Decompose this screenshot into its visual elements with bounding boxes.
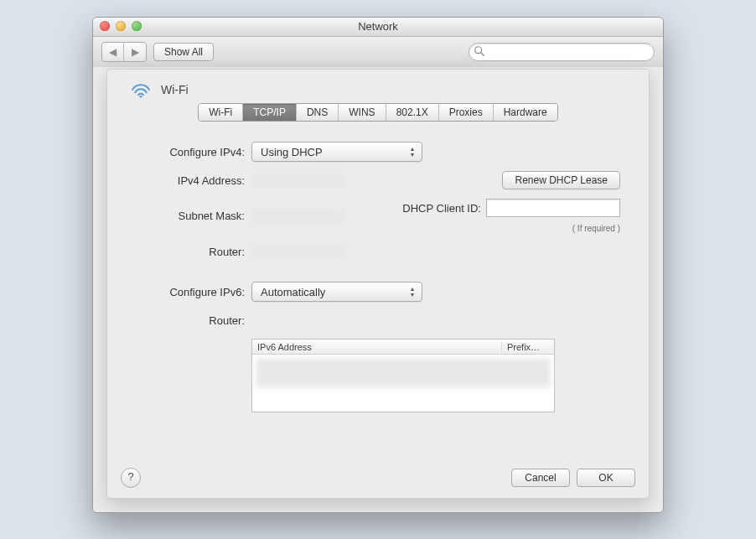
traffic-lights <box>100 21 142 31</box>
titlebar: Network <box>93 18 663 37</box>
window-title: Network <box>358 20 398 33</box>
tab-wi-fi[interactable]: Wi-Fi <box>199 104 243 121</box>
tab-tcp-ip[interactable]: TCP/IP <box>243 104 297 121</box>
sheet-footer: ? Cancel OK <box>107 458 649 498</box>
toolbar: ◀ ▶ Show All <box>93 37 663 68</box>
ok-button[interactable]: OK <box>577 469 635 487</box>
cancel-button[interactable]: Cancel <box>511 469 570 487</box>
zoom-icon[interactable] <box>132 21 142 31</box>
wifi-icon <box>129 81 153 98</box>
label-router-ipv4: Router: <box>136 246 251 258</box>
router-ipv4-value <box>251 245 344 258</box>
nav-back-forward: ◀ ▶ <box>101 42 147 62</box>
interface-title: Wi-Fi <box>161 83 189 96</box>
label-configure-ipv4: Configure IPv4: <box>136 146 251 158</box>
label-dhcp-client-id: DHCP Client ID: <box>402 202 481 215</box>
tab-hardware[interactable]: Hardware <box>494 104 557 121</box>
close-icon[interactable] <box>100 21 110 31</box>
tab-dns[interactable]: DNS <box>297 104 339 121</box>
ipv6-table-header: IPv6 Address Prefix… <box>252 339 554 355</box>
search-icon <box>474 45 485 57</box>
minimize-icon[interactable] <box>116 21 126 31</box>
ipv4-address-value <box>251 174 344 187</box>
configure-ipv4-popup[interactable]: Using DHCP ▴▾ <box>251 142 422 162</box>
advanced-sheet: Wi-Fi Wi-FiTCP/IPDNSWINS802.1XProxiesHar… <box>106 69 650 499</box>
svg-line-1 <box>481 53 484 55</box>
tcpip-form: Configure IPv4: Using DHCP ▴▾ IPv4 Addre… <box>107 122 649 419</box>
search-input[interactable] <box>469 43 655 61</box>
configure-ipv6-popup[interactable]: Automatically ▴▾ <box>251 282 422 302</box>
nav-forward-button[interactable]: ▶ <box>124 43 146 61</box>
tab-bar: Wi-FiTCP/IPDNSWINS802.1XProxiesHardware <box>107 103 649 122</box>
show-all-button[interactable]: Show All <box>153 43 214 61</box>
ipv6-col-prefix[interactable]: Prefix… <box>502 342 554 352</box>
chevron-updown-icon: ▴▾ <box>406 284 418 299</box>
subnet-mask-value <box>251 210 344 223</box>
sheet-header: Wi-Fi <box>107 70 649 105</box>
label-configure-ipv6: Configure IPv6: <box>136 286 251 298</box>
label-ipv4-address: IPv4 Address: <box>136 174 251 187</box>
ipv6-rows-redacted <box>256 358 551 388</box>
label-subnet-mask: Subnet Mask: <box>136 210 251 222</box>
nav-back-button[interactable]: ◀ <box>102 43 124 61</box>
ipv6-col-address[interactable]: IPv6 Address <box>252 342 502 352</box>
sheet-backdrop: Wi-Fi Wi-FiTCP/IPDNSWINS802.1XProxiesHar… <box>93 67 663 512</box>
tab-802-1x[interactable]: 802.1X <box>386 104 439 121</box>
tab-wins[interactable]: WINS <box>339 104 386 121</box>
configure-ipv6-value: Automatically <box>261 286 325 298</box>
dhcp-client-id-field[interactable] <box>486 199 620 217</box>
help-button[interactable]: ? <box>121 468 141 488</box>
configure-ipv4-value: Using DHCP <box>261 146 323 158</box>
preferences-window: Network ◀ ▶ Show All <box>92 17 664 513</box>
label-router-ipv6: Router: <box>136 314 251 327</box>
ipv6-table[interactable]: IPv6 Address Prefix… <box>251 339 555 412</box>
svg-point-2 <box>140 96 142 98</box>
tab-proxies[interactable]: Proxies <box>439 104 494 121</box>
dhcp-if-required-hint: ( If required ) <box>572 224 620 233</box>
renew-dhcp-button[interactable]: Renew DHCP Lease <box>502 171 620 189</box>
chevron-updown-icon: ▴▾ <box>406 144 418 159</box>
search-field-wrap <box>469 43 655 61</box>
